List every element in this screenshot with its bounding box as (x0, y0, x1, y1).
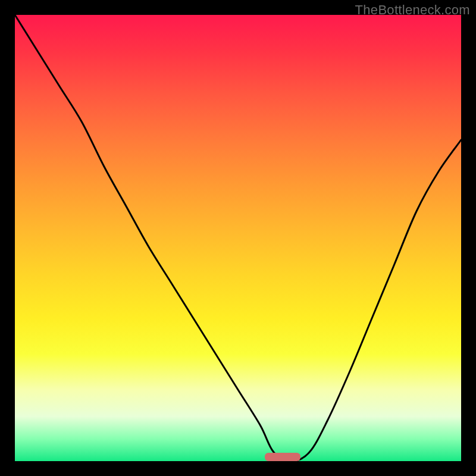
optimum-marker (265, 453, 300, 461)
chart-svg (15, 15, 461, 461)
bottleneck-curve (15, 15, 461, 461)
plot-area (15, 15, 461, 461)
watermark-text: TheBottleneck.com (355, 2, 470, 18)
chart-frame: TheBottleneck.com (0, 0, 476, 476)
